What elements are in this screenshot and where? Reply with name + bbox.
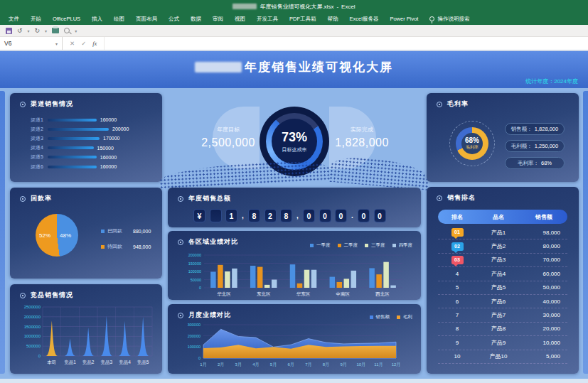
monthly-area-chart: 01000002000003000001月2月3月4月5月6月7月8月9月10月… — [168, 321, 421, 374]
save-icon[interactable] — [6, 28, 12, 34]
insert-function-icon[interactable]: fx — [92, 40, 97, 47]
panel-sales-ranking[interactable]: 销售排名 排名品名销售额 01产品198,00002产品280,00003产品3… — [427, 187, 579, 374]
svg-text:50000: 50000 — [191, 278, 201, 282]
ribbon-tab-1[interactable]: 开始 — [25, 13, 47, 25]
panel-title: 渠道销售情况 — [31, 99, 73, 109]
svg-text:200000: 200000 — [188, 334, 201, 338]
panel-title: 各区域业绩对比 — [188, 237, 238, 247]
svg-text:本司: 本司 — [47, 360, 56, 365]
panel-competitor-sales[interactable]: 竞品销售情况 050000010000001500000200000025000… — [10, 284, 162, 374]
ribbon-tab-14[interactable]: Power Pivot — [384, 13, 424, 25]
legend-item: 三季度 — [365, 242, 385, 249]
svg-text:东北区: 东北区 — [257, 291, 271, 297]
region-legend: 一季度二季度三季度四季度 — [310, 242, 412, 249]
dashboard: 年度销售业绩可视化大屏 统计年度：2024年度 渠道销售情况 渠道1160000… — [0, 51, 588, 383]
svg-text:150000: 150000 — [188, 261, 201, 266]
ribbon-tab-12[interactable]: 帮助 — [322, 13, 344, 25]
tell-me-search[interactable]: 操作说明搜索 — [424, 16, 475, 23]
panel-region-comparison[interactable]: 各区域业绩对比 一季度二季度三季度四季度 0500001000001500002… — [168, 231, 421, 300]
ribbon-tab-6[interactable]: 公式 — [163, 13, 185, 25]
undo-button[interactable]: ↺ — [17, 28, 23, 34]
panel-monthly-comparison[interactable]: 月度业绩对比 销售额毛利 01000002000003000001月2月3月4月… — [168, 304, 421, 374]
enter-icon[interactable]: ✓ — [81, 40, 86, 47]
quick-access-toolbar: ↺ ▾ ↻ ▾ ▾ — [0, 25, 588, 37]
ribbon-tab-8[interactable]: 审阅 — [207, 13, 229, 25]
panel-channel-sales[interactable]: 渠道销售情况 渠道1160000渠道2200000渠道3170000渠道4150… — [10, 93, 162, 182]
print-icon[interactable] — [52, 28, 59, 33]
lightbulb-icon — [429, 16, 434, 21]
title-bar: 年度销售业绩可视化大屏.xlsx - Excel — [0, 0, 588, 13]
panel-title: 毛利率 — [447, 99, 469, 109]
ranking-row: 6产品640,000 — [438, 295, 567, 308]
ribbon-tab-13[interactable]: Excel服务器 — [344, 13, 385, 25]
svg-text:2000000: 2000000 — [24, 315, 41, 319]
name-box-dropdown-icon[interactable]: ▾ — [55, 41, 58, 46]
ranking-row: 03产品370,000 — [438, 254, 567, 267]
channel-bar — [48, 166, 97, 168]
margin-center-label: 毛利率 — [466, 144, 479, 151]
channel-bar-row: 渠道4150000 — [10, 144, 162, 153]
pie-slice-label: 48% — [60, 232, 71, 239]
svg-text:7月: 7月 — [305, 362, 311, 367]
ribbon-tab-2[interactable]: OfficePLUS — [47, 13, 86, 25]
redo-button[interactable]: ↻ — [35, 28, 41, 34]
redo-dropdown-icon[interactable]: ▾ — [45, 28, 47, 33]
undo-dropdown-icon[interactable]: ▾ — [28, 28, 30, 33]
ranking-table-header: 排名品名销售额 — [438, 210, 567, 224]
svg-text:3月: 3月 — [235, 362, 242, 367]
ribbon-tab-10[interactable]: 开发工具 — [251, 13, 284, 25]
channel-bar — [48, 146, 94, 149]
rank-badge: 03 — [451, 256, 464, 264]
margin-percent: 68% — [465, 136, 479, 144]
bullet-icon — [20, 102, 26, 107]
redacted-text — [232, 4, 257, 9]
panel-title: 月度业绩对比 — [188, 311, 231, 320]
bullet-icon — [437, 195, 442, 201]
legend-item: 二季度 — [338, 242, 358, 249]
ranking-row: 4产品460,000 — [438, 267, 567, 281]
svg-text:8月: 8月 — [323, 362, 329, 367]
ribbon-tab-4[interactable]: 绘图 — [108, 13, 130, 25]
ribbon-tab-9[interactable]: 视图 — [229, 13, 251, 25]
ribbon-tab-7[interactable]: 数据 — [185, 13, 207, 25]
redacted-company-name — [195, 62, 242, 72]
panel-gross-margin[interactable]: 毛利率 68% 毛利率 销售额：1,828,000毛利额：1,250,000毛利… — [427, 93, 579, 182]
svg-text:12月: 12月 — [392, 362, 401, 367]
svg-text:300000: 300000 — [188, 323, 201, 327]
cancel-icon[interactable]: ✕ — [70, 40, 75, 47]
gauge-percent: 73% — [282, 130, 307, 145]
name-box[interactable]: V6 ▾ — [0, 37, 63, 50]
digit-box: 0 — [335, 209, 347, 222]
legend-item: 四季度 — [392, 242, 413, 249]
app-name: Excel — [341, 4, 356, 10]
panel-collection-rate[interactable]: 回款率 48% 52% 已回款880,000待回款948,000 — [10, 188, 162, 279]
margin-stat-box: 毛利额：1,250,000 — [505, 140, 565, 152]
right-edge-decor — [583, 91, 588, 374]
margin-stat-box: 毛利率：68% — [505, 157, 565, 169]
decor-dot-wave — [329, 155, 431, 190]
bullet-icon — [178, 196, 183, 202]
excel-window: 年度销售业绩可视化大屏.xlsx - Excel 文件开始OfficePLUS插… — [0, 0, 588, 383]
competitor-spike-chart: 05000001000000150000020000002500000本司竞品1… — [10, 301, 162, 374]
dashboard-title-text: 年度销售业绩可视化大屏 — [245, 59, 393, 75]
kpi-zone: 年度目标 2,500,000 73% 目标达成率 实际完成 1,828,000 — [168, 91, 421, 183]
digit-box: 1 — [225, 209, 237, 222]
ribbon-tab-11[interactable]: PDF工具箱 — [284, 13, 322, 25]
digit-box: 0 — [374, 209, 386, 222]
legend-item: 待回款948,000 — [101, 243, 151, 250]
actual-completion-label: 实际完成 — [323, 126, 401, 134]
margin-donut-chart: 68% 毛利率 — [456, 127, 488, 160]
svg-text:竞品1: 竞品1 — [64, 360, 76, 365]
rank-badge: 02 — [451, 242, 464, 251]
panel-total-sales[interactable]: 年度销售总额 ¥1,828,000.00 — [168, 188, 421, 227]
formula-input[interactable] — [105, 37, 588, 50]
ribbon-tab-3[interactable]: 插入 — [86, 13, 108, 25]
print-preview-icon[interactable] — [64, 28, 70, 33]
qat-customize-icon[interactable]: ▾ — [75, 28, 77, 33]
ribbon-tab-0[interactable]: 文件 — [3, 13, 25, 25]
panel-title: 竞品销售情况 — [31, 291, 73, 300]
digit-box: 8 — [248, 209, 260, 222]
formula-bar: V6 ▾ ✕ ✓ fx — [0, 37, 588, 51]
svg-text:华东区: 华东区 — [296, 291, 311, 296]
ribbon-tab-5[interactable]: 页面布局 — [130, 13, 163, 25]
